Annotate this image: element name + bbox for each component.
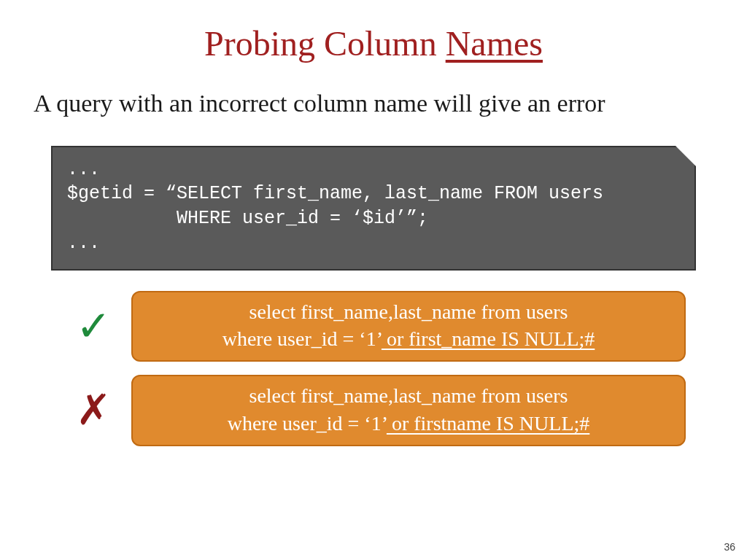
invalid-query-line1: select first_name,last_name from users xyxy=(249,384,568,407)
code-line-4: ... xyxy=(67,233,100,254)
cross-icon: ✗ xyxy=(76,389,131,432)
dogear-icon xyxy=(676,146,696,166)
invalid-query-box: select first_name,last_name from users w… xyxy=(131,375,686,446)
code-line-1: ... xyxy=(67,159,100,180)
title-plain: Probing Column xyxy=(204,24,446,63)
valid-query-line1: select first_name,last_name from users xyxy=(249,300,568,323)
slide: Probing Column Names A query with an inc… xyxy=(0,0,747,560)
valid-query-line2-plain: where user_id = ‘1’ xyxy=(222,327,382,350)
title-underlined: Names xyxy=(446,24,543,63)
invalid-query-line2-plain: where user_id = ‘1’ xyxy=(228,412,387,435)
slide-title: Probing Column Names xyxy=(29,23,718,63)
code-line-3: WHERE user_id = ‘$id’”; xyxy=(67,208,428,229)
valid-query-box: select first_name,last_name from users w… xyxy=(131,291,686,362)
code-line-2: $getid = “SELECT first_name, last_name F… xyxy=(67,183,603,204)
invalid-query-row: ✗ select first_name,last_name from users… xyxy=(29,375,718,446)
valid-query-row: ✓ select first_name,last_name from users… xyxy=(29,291,718,362)
valid-query-line2-inject: or first_name IS NULL;# xyxy=(382,327,595,350)
check-icon: ✓ xyxy=(76,305,131,347)
code-block: ... $getid = “SELECT first_name, last_na… xyxy=(51,146,696,271)
invalid-query-line2-inject: or firstname IS NULL;# xyxy=(387,412,589,435)
slide-subtitle: A query with an incorrect column name wi… xyxy=(29,88,718,120)
page-number: 36 xyxy=(724,541,735,553)
